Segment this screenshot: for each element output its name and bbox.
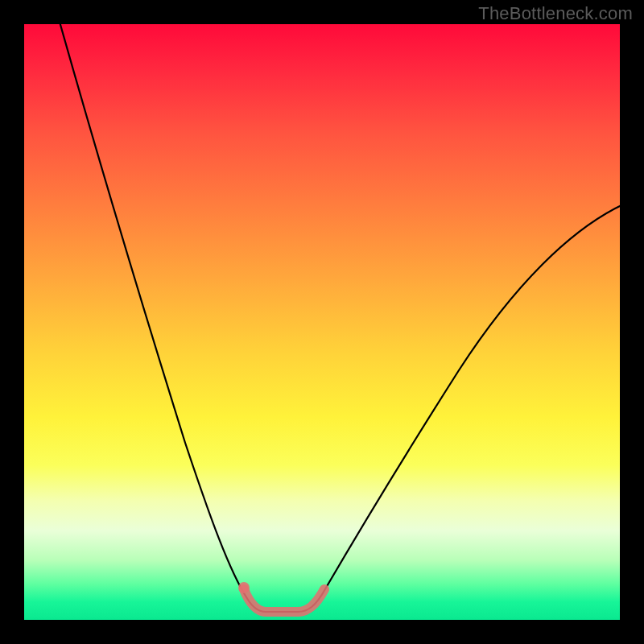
range-start-dot-icon [238, 582, 250, 593]
curve-layer [24, 24, 620, 620]
watermark-text: TheBottleneck.com [478, 3, 633, 24]
bottleneck-curve [58, 24, 620, 612]
optimal-range-highlight [244, 589, 324, 612]
plot-area [24, 24, 620, 620]
chart-frame: TheBottleneck.com [0, 0, 644, 644]
